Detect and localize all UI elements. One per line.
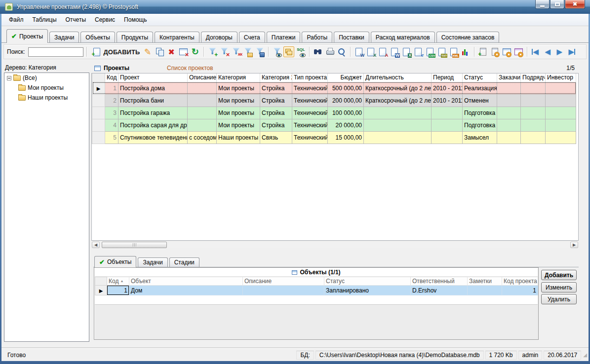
nav-next-icon[interactable] (554, 46, 565, 57)
row-selector[interactable] (92, 107, 105, 119)
tab-products[interactable]: Продукты (117, 32, 153, 42)
tree-item-our-projects[interactable]: Наши проекты (4, 93, 89, 103)
tree-item-all[interactable]: (Все) (4, 73, 89, 83)
col-category2[interactable]: Категория 2 (260, 73, 292, 82)
col-object[interactable]: Объект (129, 277, 243, 286)
col-project[interactable]: Проект (118, 73, 188, 82)
table-row[interactable]: ▶ 1 Дом Запланировано D.Ershov 1 (95, 286, 538, 295)
delete-all-records-icon[interactable] (178, 46, 189, 57)
col-contractor[interactable]: Подрядчик (521, 73, 546, 82)
grid-properties-icon[interactable] (513, 46, 524, 57)
subtab-tasks[interactable]: Задачи (138, 257, 167, 267)
subtab-stages[interactable]: Стадии (169, 257, 199, 267)
find-icon[interactable] (313, 46, 323, 57)
search-input[interactable] (28, 47, 83, 57)
tab-material-usage[interactable]: Расход материалов (371, 32, 435, 42)
row-selector[interactable] (92, 119, 105, 131)
minimize-button[interactable] (535, 0, 550, 9)
table-row[interactable]: 2 Постройка бани Мои проекты Стройка Тех… (92, 94, 576, 107)
col-period[interactable]: Период (432, 73, 463, 82)
table-row[interactable]: 4 Постройка сарая для дров Мои проекты С… (92, 119, 576, 131)
delete-record-icon[interactable] (166, 46, 177, 57)
col-description[interactable]: Описание (243, 277, 324, 286)
filter-remove-all-icon[interactable] (231, 46, 241, 57)
maximize-button[interactable] (550, 0, 564, 9)
col-code[interactable]: Код▲ (105, 73, 118, 82)
close-button[interactable]: ✖ (565, 0, 585, 9)
col-investor[interactable]: Инвестор (546, 73, 576, 82)
filter-view-icon[interactable] (272, 46, 282, 57)
table-row[interactable]: 5 Спутниковое телевидение с соседом Наши… (92, 131, 576, 144)
print-icon[interactable] (324, 46, 335, 57)
table-row[interactable]: 3 Постройка гаража Мои проекты Стройка Т… (92, 107, 576, 119)
export-xml-icon[interactable] (448, 46, 459, 57)
tree-item-my-projects[interactable]: Мои проекты (4, 83, 89, 93)
row-selector[interactable]: ▶ (92, 82, 105, 94)
tab-stock-state[interactable]: Состояние запасов (436, 32, 500, 42)
export-txt-icon[interactable] (436, 46, 447, 57)
menu-service[interactable]: Сервис (90, 14, 119, 25)
tab-contracts[interactable]: Договоры (201, 32, 237, 42)
row-selector[interactable] (92, 131, 105, 144)
col-status[interactable]: Статус (324, 277, 411, 286)
chart-icon[interactable] (460, 46, 471, 57)
menu-tables[interactable]: Таблицы (28, 14, 61, 25)
table-row[interactable]: ▶ 1 Постройка дома Мои проекты Стройка Т… (92, 82, 576, 94)
tab-supplies[interactable]: Поставки (334, 32, 369, 42)
row-selector[interactable] (92, 94, 105, 107)
export-csv-icon[interactable] (425, 46, 435, 57)
col-description[interactable]: Описание (188, 73, 217, 82)
preview-icon[interactable] (336, 46, 347, 57)
tree-panel-toggle-icon[interactable] (283, 46, 294, 57)
scroll-right-icon[interactable]: ▶ (570, 242, 578, 248)
export-excel-icon[interactable] (365, 46, 376, 57)
col-duration[interactable]: Длительность (364, 73, 432, 82)
menu-file[interactable]: Файл (4, 14, 28, 25)
col-code[interactable]: Код▲ (107, 277, 129, 286)
delete-button[interactable]: Удалить (541, 294, 577, 304)
form-settings-icon[interactable] (489, 46, 500, 57)
tab-objects[interactable]: Объекты (80, 32, 115, 42)
resize-grip-icon[interactable]: ◢ (583, 352, 587, 358)
refresh-icon[interactable] (190, 46, 200, 57)
col-customer[interactable]: Заказчик (497, 73, 521, 82)
tab-tasks[interactable]: Задачи (49, 32, 79, 42)
tab-projects[interactable]: ✔Проекты (6, 29, 48, 43)
tree-expander-icon[interactable] (7, 76, 11, 80)
grid-settings-icon[interactable] (501, 46, 512, 57)
col-category[interactable]: Категория (217, 73, 260, 82)
horizontal-scrollbar[interactable]: ◀ ▶ (92, 241, 578, 248)
scrollbar-thumb[interactable] (102, 242, 167, 248)
title-bar[interactable]: Управление проектами (2.498) © Prostoyso… (0, 0, 590, 14)
copy-record-icon[interactable] (154, 46, 165, 57)
tab-accounts[interactable]: Счета (239, 32, 265, 42)
col-status[interactable]: Статус (463, 73, 497, 82)
menu-help[interactable]: Помощь (119, 14, 151, 25)
export-word-alt-icon[interactable] (389, 46, 400, 57)
tab-payments[interactable]: Платежи (267, 32, 301, 42)
tab-works[interactable]: Работы (302, 32, 332, 42)
export-excel-alt-icon[interactable] (401, 46, 412, 57)
export-html-icon[interactable] (413, 46, 424, 57)
tab-contractors[interactable]: Контрагенты (155, 32, 199, 42)
export-pdf-icon[interactable] (377, 46, 388, 57)
export-word-icon[interactable] (354, 46, 364, 57)
col-notes[interactable]: Заметки (468, 277, 502, 286)
form-add-icon[interactable] (477, 46, 488, 57)
col-budget[interactable]: Бюджет (328, 73, 364, 82)
sql-view-icon[interactable] (295, 46, 306, 57)
subtab-objects[interactable]: ✔Объекты (94, 256, 136, 267)
nav-last-icon[interactable] (566, 46, 577, 57)
edit-button[interactable]: Изменить (541, 282, 577, 292)
col-responsible[interactable]: Ответственный (411, 277, 468, 286)
edit-record-icon[interactable] (142, 46, 153, 57)
filter-add-icon[interactable] (207, 46, 218, 57)
add-record-button[interactable]: ДОБАВИТЬ (90, 46, 142, 57)
nav-prev-icon[interactable] (542, 46, 553, 57)
col-project-code[interactable]: Код проекта (502, 277, 538, 286)
col-type[interactable]: Тип проекта (292, 73, 328, 82)
add-button[interactable]: Добавить (541, 270, 577, 280)
nav-first-icon[interactable] (530, 46, 541, 57)
filter-remove-icon[interactable] (219, 46, 230, 57)
filter-save-icon[interactable] (254, 46, 265, 57)
